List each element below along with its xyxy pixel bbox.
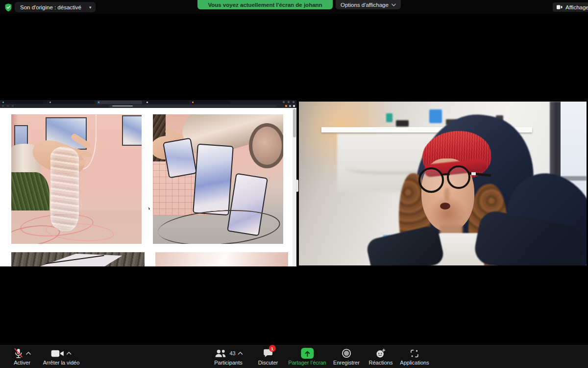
apps-brackets-icon bbox=[410, 349, 419, 358]
share-screen-arrow-icon bbox=[301, 348, 314, 359]
caret-down-icon[interactable]: ▾ bbox=[85, 2, 96, 12]
unmute-button[interactable]: Activer bbox=[13, 347, 31, 366]
record-circle-icon bbox=[342, 348, 351, 358]
smiley-plus-icon bbox=[375, 348, 386, 359]
participant-video-feed bbox=[299, 102, 587, 265]
shield-check-icon bbox=[4, 3, 13, 12]
remote-browser-tab bbox=[49, 101, 95, 104]
video-camera-icon bbox=[51, 349, 64, 358]
shared-screen-view bbox=[0, 100, 296, 266]
chat-unread-badge: 1 bbox=[269, 345, 276, 352]
original-sound-button[interactable]: Son d'origine : désactivé ▾ bbox=[15, 2, 96, 12]
display-options-button[interactable]: Options d'affichage bbox=[336, 0, 401, 9]
remote-browser-tab bbox=[1, 101, 47, 104]
layout-view-icon bbox=[556, 4, 563, 10]
record-button[interactable]: Enregistrer bbox=[333, 347, 360, 366]
screen-share-banner: Vous voyez actuellement l'écran de johan… bbox=[197, 0, 333, 9]
remote-browser-tab bbox=[146, 101, 189, 104]
share-screen-button[interactable]: Partager l'écran bbox=[288, 347, 326, 366]
remote-browser-tab-strip bbox=[0, 100, 296, 104]
chevron-up-icon[interactable] bbox=[26, 352, 31, 355]
artwork-thumbnail-hand-glass bbox=[11, 114, 142, 244]
remote-extension-icon bbox=[285, 105, 287, 107]
panel-resize-handle[interactable] bbox=[296, 180, 298, 192]
remote-browser-tab-active bbox=[97, 101, 142, 104]
remote-web-page bbox=[0, 108, 296, 266]
chat-button[interactable]: 1 Discuter bbox=[258, 347, 278, 366]
remote-extension-icon bbox=[289, 105, 291, 107]
participants-icon bbox=[214, 349, 227, 358]
microphone-muted-icon bbox=[13, 348, 24, 359]
participants-count: 43 bbox=[229, 350, 235, 356]
chevron-up-icon[interactable] bbox=[238, 352, 243, 355]
remote-browser-address-bar bbox=[0, 104, 296, 108]
artwork-thumbnail-clouds bbox=[155, 252, 288, 266]
meeting-toolbar: Activer Arrêter la vidéo 43 bbox=[0, 345, 588, 368]
remote-url-field bbox=[109, 105, 277, 107]
person-glasses bbox=[418, 165, 497, 200]
remote-mouse-cursor bbox=[148, 207, 150, 210]
reactions-button[interactable]: Réactions bbox=[369, 347, 393, 366]
remote-extension-icon bbox=[293, 105, 295, 107]
apps-button[interactable]: Applications bbox=[400, 347, 429, 366]
chevron-up-icon[interactable] bbox=[67, 352, 72, 355]
stop-video-button[interactable]: Arrêter la vidéo bbox=[43, 347, 80, 366]
remote-browser-tab bbox=[191, 101, 230, 104]
top-bar: Son d'origine : désactivé ▾ Vous voyez a… bbox=[0, 0, 588, 14]
original-sound-label: Son d'origine : désactivé bbox=[20, 4, 81, 10]
chevron-down-icon bbox=[392, 3, 396, 6]
participants-button[interactable]: 43 Participants bbox=[214, 347, 243, 366]
view-button[interactable]: Affichage bbox=[553, 2, 588, 12]
artwork-thumbnail-field-sheet bbox=[11, 252, 145, 266]
artwork-thumbnail-sky-panels bbox=[153, 114, 283, 244]
